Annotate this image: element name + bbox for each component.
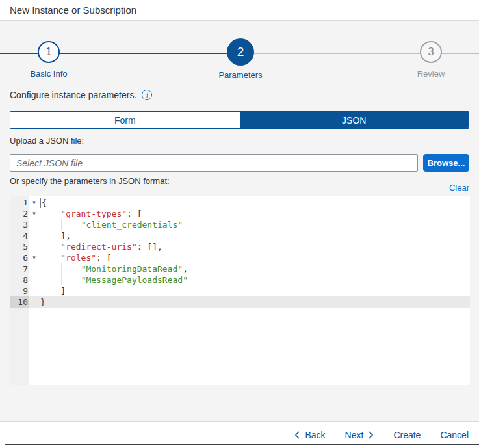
fold-spacer xyxy=(29,219,39,230)
dialog-title: New Instance or Subscription xyxy=(10,5,136,16)
code-text[interactable]: "roles": [ xyxy=(39,252,470,263)
fold-spacer xyxy=(29,296,39,308)
editor-line-8[interactable]: 8 "MessagePayloadsRead" xyxy=(10,274,470,285)
editor-line-9[interactable]: 9 ] xyxy=(10,285,470,296)
indent-guide xyxy=(61,274,62,285)
line-number: 4 xyxy=(10,230,29,241)
step-basic-info[interactable]: 1 Basic Info xyxy=(6,41,91,79)
next-button-label: Next xyxy=(345,430,364,440)
clear-button[interactable]: Clear xyxy=(449,183,469,192)
line-number: 1 xyxy=(10,197,29,208)
tab-form[interactable]: Form xyxy=(10,112,240,128)
step-review[interactable]: 3 Review xyxy=(389,41,473,79)
back-button[interactable]: Back xyxy=(294,430,325,440)
json-file-input[interactable] xyxy=(10,154,418,172)
step-parameters[interactable]: 2 Parameters xyxy=(198,38,283,80)
dialog-footer: Back Next Create Cancel xyxy=(0,421,479,448)
fold-spacer xyxy=(29,274,39,285)
indent-guide xyxy=(61,219,62,230)
line-number: 9 xyxy=(10,285,29,296)
fold-arrow-icon[interactable]: ▾ xyxy=(29,252,39,263)
chevron-left-icon xyxy=(294,431,300,439)
tab-json[interactable]: JSON xyxy=(240,112,469,128)
code-text[interactable]: "client_credentials" xyxy=(39,219,470,230)
step-1-circle[interactable]: 1 xyxy=(38,41,60,63)
step-3-label: Review xyxy=(417,69,445,79)
dialog-header: New Instance or Subscription xyxy=(0,0,479,21)
json-section-header: Or specify the parameters in JSON format… xyxy=(10,176,469,192)
editor-line-7[interactable]: 7 "MonitoringDataRead", xyxy=(10,263,470,274)
indent-guide xyxy=(61,263,62,274)
editor-line-6[interactable]: 6▾ "roles": [ xyxy=(10,252,470,263)
line-number: 10 xyxy=(10,296,29,308)
line-number: 6 xyxy=(10,252,29,263)
editor-line-10[interactable]: 10} xyxy=(10,296,470,308)
step-2-label: Parameters xyxy=(218,70,262,80)
back-button-label: Back xyxy=(305,430,325,440)
code-text[interactable]: ] xyxy=(39,285,470,296)
editor-line-5[interactable]: 5 "redirect-uris": [], xyxy=(10,241,470,252)
code-text[interactable]: } xyxy=(39,296,470,308)
line-number: 3 xyxy=(10,219,29,230)
line-number: 7 xyxy=(10,263,29,274)
browse-button[interactable]: Browse... xyxy=(423,154,469,172)
cancel-button[interactable]: Cancel xyxy=(440,430,469,440)
fold-arrow-icon[interactable]: ▾ xyxy=(29,197,39,208)
editor-line-4[interactable]: 4 ], xyxy=(10,230,470,241)
chevron-right-icon xyxy=(368,431,374,439)
json-section-label: Or specify the parameters in JSON format… xyxy=(10,176,170,186)
json-code-editor[interactable]: 1▾{2▾ "grant-types": [3 "client_credenti… xyxy=(10,196,470,385)
editor-line-2[interactable]: 2▾ "grant-types": [ xyxy=(10,208,470,219)
wizard-stepper: 1 Basic Info 2 Parameters 3 Review xyxy=(0,21,479,86)
editor-lines[interactable]: 1▾{2▾ "grant-types": [3 "client_credenti… xyxy=(10,197,470,308)
editor-line-3[interactable]: 3 "client_credentials" xyxy=(10,219,470,230)
configure-parameters-row: Configure instance parameters. i xyxy=(10,90,152,100)
text-cursor xyxy=(40,198,41,208)
fold-spacer xyxy=(29,263,39,274)
fold-spacer xyxy=(29,230,39,241)
step-1-label: Basic Info xyxy=(30,69,67,79)
fold-spacer xyxy=(29,285,39,296)
create-button[interactable]: Create xyxy=(393,430,421,440)
configure-parameters-text: Configure instance parameters. xyxy=(10,90,136,100)
fold-spacer xyxy=(29,241,39,252)
new-instance-dialog: New Instance or Subscription 1 Basic Inf… xyxy=(0,0,479,448)
line-number: 2 xyxy=(10,208,29,219)
code-text[interactable]: ], xyxy=(39,230,470,241)
cancel-button-label: Cancel xyxy=(440,430,469,440)
step-2-circle[interactable]: 2 xyxy=(227,38,254,66)
next-button[interactable]: Next xyxy=(345,430,374,440)
code-text[interactable]: "redirect-uris": [], xyxy=(39,241,470,252)
dialog-bottom-edge xyxy=(5,444,479,445)
step-3-circle[interactable]: 3 xyxy=(420,41,442,63)
form-json-segmented-control: Form JSON xyxy=(10,111,469,129)
line-number: 5 xyxy=(10,241,29,252)
editor-line-1[interactable]: 1▾{ xyxy=(10,197,470,208)
dialog-content: 1 Basic Info 2 Parameters 3 Review Confi… xyxy=(0,21,479,421)
fold-arrow-icon[interactable]: ▾ xyxy=(29,208,39,219)
upload-row: Browse... xyxy=(10,154,469,172)
code-text[interactable]: "grant-types": [ xyxy=(39,208,470,219)
line-number: 8 xyxy=(10,274,29,285)
code-text[interactable]: { xyxy=(39,197,470,208)
upload-json-label: Upload a JSON file: xyxy=(10,136,84,146)
code-text[interactable]: "MessagePayloadsRead" xyxy=(39,274,470,285)
info-icon[interactable]: i xyxy=(142,90,152,100)
code-text[interactable]: "MonitoringDataRead", xyxy=(39,263,470,274)
create-button-label: Create xyxy=(393,430,421,440)
